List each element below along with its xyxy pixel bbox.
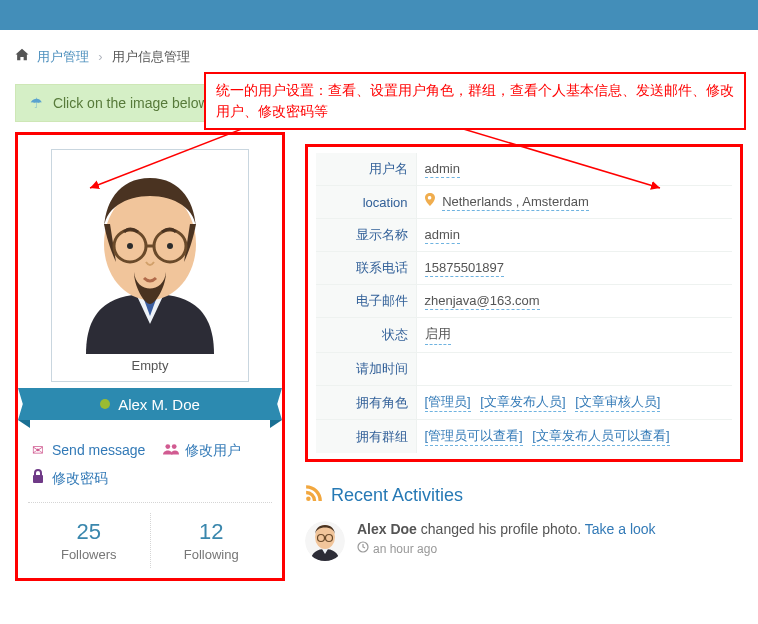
table-row: location Netherlands , Amsterdam — [316, 186, 732, 219]
svg-point-12 — [306, 496, 311, 501]
followers-stat[interactable]: 25 Followers — [28, 513, 150, 568]
recent-activities-title: Recent Activities — [331, 485, 463, 506]
send-message-label: Send message — [52, 436, 145, 464]
location-value[interactable]: Netherlands , Amsterdam — [442, 194, 589, 211]
breadcrumb-separator: › — [98, 49, 102, 64]
svg-point-10 — [172, 444, 177, 449]
status-value[interactable]: 启用 — [425, 325, 451, 345]
following-count: 12 — [151, 519, 273, 545]
username-value[interactable]: admin — [425, 161, 460, 178]
svg-point-8 — [167, 243, 173, 249]
table-row: 请加时间 — [316, 353, 732, 386]
profile-actions: ✉ Send message 修改用户 修改密码 — [28, 430, 272, 503]
followers-label: Followers — [28, 547, 150, 562]
edit-user-label: 修改用户 — [185, 436, 241, 464]
edit-user-link[interactable]: 修改用户 — [163, 436, 241, 464]
change-password-label: 修改密码 — [52, 464, 108, 492]
avatar-image — [56, 154, 244, 354]
table-row: 拥有角色 [管理员] [文章发布人员] [文章审核人员] — [316, 386, 732, 420]
user-info-panel: 用户名 admin location Netherlands , Amsterd… — [305, 144, 743, 462]
svg-point-7 — [127, 243, 133, 249]
umbrella-icon: ☂ — [30, 95, 43, 111]
activity-avatar — [305, 521, 345, 561]
change-password-link[interactable]: 修改密码 — [30, 464, 108, 492]
name-ribbon: Alex M. Doe — [18, 388, 282, 420]
map-marker-icon — [425, 194, 439, 209]
group-link[interactable]: [管理员可以查看] — [425, 427, 523, 446]
recent-activities-heading: Recent Activities — [305, 484, 743, 507]
field-label: 拥有群组 — [316, 420, 416, 454]
users-icon — [163, 436, 179, 464]
top-bar — [0, 0, 758, 30]
lock-icon — [30, 464, 46, 492]
activity-user: Alex Doe — [357, 521, 417, 537]
user-info-table: 用户名 admin location Netherlands , Amsterd… — [316, 153, 732, 453]
field-label: 联系电话 — [316, 252, 416, 285]
table-row: 显示名称 admin — [316, 219, 732, 252]
field-label: 请加时间 — [316, 353, 416, 386]
annotation-callout: 统一的用户设置：查看、设置用户角色，群组，查看个人基本信息、发送邮件、修改用户、… — [204, 72, 746, 130]
clock-icon — [357, 541, 369, 556]
svg-point-9 — [165, 444, 170, 449]
home-icon — [15, 49, 33, 64]
role-link[interactable]: [文章审核人员] — [575, 393, 660, 412]
followers-count: 25 — [28, 519, 150, 545]
breadcrumb-root-link[interactable]: 用户管理 — [37, 49, 89, 64]
activity-item: Alex Doe changed his profile photo. Take… — [305, 515, 743, 567]
profile-name: Alex M. Doe — [118, 396, 200, 413]
display-name-value[interactable]: admin — [425, 227, 460, 244]
following-stat[interactable]: 12 Following — [150, 513, 273, 568]
table-row: 电子邮件 zhenjava@163.com — [316, 285, 732, 318]
breadcrumb-current: 用户信息管理 — [112, 49, 190, 64]
following-label: Following — [151, 547, 273, 562]
group-link[interactable]: [文章发布人员可以查看] — [532, 427, 669, 446]
status-dot-icon — [100, 399, 110, 409]
envelope-icon: ✉ — [30, 436, 46, 464]
table-row: 联系电话 15875501897 — [316, 252, 732, 285]
field-label: 显示名称 — [316, 219, 416, 252]
role-link[interactable]: [管理员] — [425, 393, 471, 412]
rss-icon — [305, 484, 323, 507]
activity-action: changed his profile photo. — [417, 521, 585, 537]
field-label: 电子邮件 — [316, 285, 416, 318]
avatar-container[interactable]: Empty — [51, 149, 249, 382]
field-label: 用户名 — [316, 153, 416, 186]
activity-time: an hour ago — [357, 541, 656, 556]
table-row: 状态 启用 — [316, 318, 732, 353]
profile-card: Empty Alex M. Doe ✉ Send message — [15, 132, 285, 581]
email-value[interactable]: zhenjava@163.com — [425, 293, 540, 310]
table-row: 用户名 admin — [316, 153, 732, 186]
activity-link[interactable]: Take a look — [585, 521, 656, 537]
field-label: 拥有角色 — [316, 386, 416, 420]
field-label: location — [316, 186, 416, 219]
field-label: 状态 — [316, 318, 416, 353]
send-message-link[interactable]: ✉ Send message — [30, 436, 145, 464]
table-row: 拥有群组 [管理员可以查看] [文章发布人员可以查看] — [316, 420, 732, 454]
role-link[interactable]: [文章发布人员] — [480, 393, 565, 412]
phone-value[interactable]: 15875501897 — [425, 260, 505, 277]
svg-rect-11 — [33, 475, 43, 483]
avatar-caption: Empty — [56, 354, 244, 377]
breadcrumb: 用户管理 › 用户信息管理 — [15, 40, 743, 72]
activity-time-text: an hour ago — [373, 542, 437, 556]
profile-stats: 25 Followers 12 Following — [28, 513, 272, 568]
